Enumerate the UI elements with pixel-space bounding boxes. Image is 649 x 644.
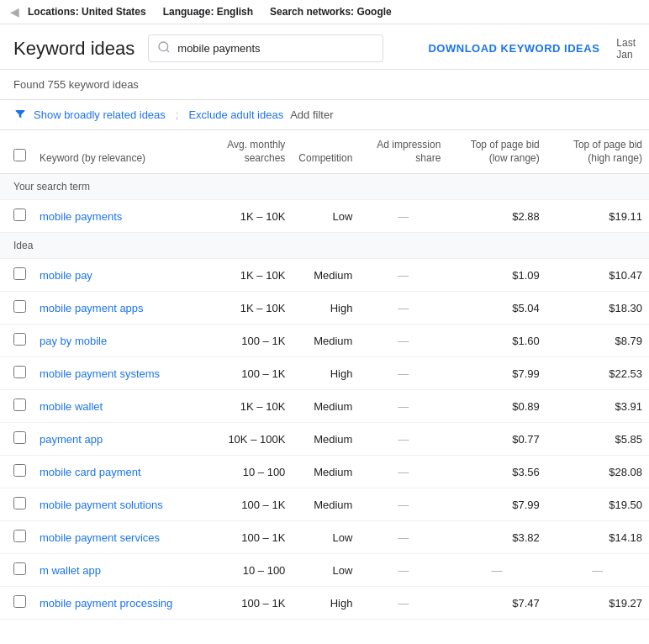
keyword-cell[interactable]: pay by mobile (33, 325, 201, 357)
row-checkbox-cell[interactable] (0, 325, 33, 357)
keyword-link[interactable]: payment app (40, 433, 103, 446)
row-checkbox[interactable] (13, 366, 26, 378)
search-icon (157, 40, 171, 56)
ad-impression-share-cell: — (359, 357, 447, 390)
back-arrow-icon[interactable]: ◀ (10, 5, 19, 18)
exclude-adult-ideas-link[interactable]: Exclude adult ideas (188, 108, 283, 121)
keyword-link[interactable]: mobile card payment (40, 466, 141, 478)
avg-monthly-searches-cell: 10 – 100 (201, 554, 292, 587)
download-keyword-ideas-button[interactable]: DOWNLOAD KEYWORD IDEAS (428, 42, 599, 55)
keyword-cell[interactable]: mobile payment apps (33, 292, 201, 325)
table-row: m wallet app10 – 100Low——— (0, 554, 649, 587)
keyword-table-wrap: Keyword (by relevance) Avg. monthly sear… (0, 130, 649, 620)
svg-line-1 (166, 50, 169, 52)
keyword-cell[interactable]: mobile card payment (33, 456, 201, 488)
keyword-link[interactable]: mobile payment services (40, 531, 160, 544)
row-checkbox-cell[interactable] (0, 200, 33, 233)
ad-impression-share-cell: — (359, 488, 447, 521)
bid-high-cell: $18.30 (546, 292, 649, 325)
row-checkbox-cell[interactable] (0, 554, 33, 587)
keyword-link[interactable]: mobile payments (40, 210, 122, 223)
keyword-cell[interactable]: mobile payment processing (33, 587, 201, 620)
competition-cell: Low (292, 200, 359, 233)
locations-item: Locations: United States (28, 6, 146, 18)
keyword-cell[interactable]: mobile payment solutions (33, 488, 201, 521)
row-checkbox[interactable] (13, 464, 26, 477)
row-checkbox[interactable] (13, 333, 26, 346)
section-header-row: Your search term (0, 174, 649, 200)
avg-monthly-searches-cell: 100 – 1K (201, 357, 292, 390)
keyword-cell[interactable]: m wallet app (33, 554, 201, 587)
row-checkbox[interactable] (13, 300, 26, 313)
select-all-checkbox[interactable] (13, 149, 26, 161)
competition-cell: Medium (292, 325, 359, 357)
bid-low-cell: $1.09 (447, 259, 546, 292)
filter-separator: ; (176, 108, 179, 121)
row-checkbox[interactable] (13, 431, 26, 444)
row-checkbox-cell[interactable] (0, 390, 33, 423)
row-checkbox-cell[interactable] (0, 521, 33, 554)
add-filter-button[interactable]: Add filter (290, 108, 333, 121)
row-checkbox-cell[interactable] (0, 357, 33, 390)
row-checkbox[interactable] (13, 595, 26, 608)
bid-high-cell: $19.11 (546, 200, 649, 233)
row-checkbox[interactable] (13, 209, 26, 221)
keyword-ideas-table: Keyword (by relevance) Avg. monthly sear… (0, 130, 649, 620)
row-checkbox[interactable] (13, 399, 26, 411)
bid-high-cell: $28.08 (546, 456, 649, 488)
page-header: Keyword ideas DOWNLOAD KEYWORD IDEAS Las… (0, 24, 649, 70)
keyword-cell[interactable]: mobile pay (33, 259, 201, 292)
show-broadly-related-link[interactable]: Show broadly related ideas (34, 108, 166, 121)
keyword-cell[interactable]: mobile payments (33, 200, 201, 233)
competition-column-header: Competition (292, 130, 359, 174)
search-networks-item: Search networks: Google (270, 6, 392, 18)
row-checkbox-cell[interactable] (0, 423, 33, 456)
keyword-link[interactable]: mobile payment systems (40, 367, 160, 380)
bid-low-cell: $7.99 (447, 357, 546, 390)
keyword-cell[interactable]: mobile wallet (33, 390, 201, 423)
competition-cell: Medium (292, 423, 359, 456)
last-updated-label: LastJan (616, 37, 636, 61)
bid-low-cell: $3.82 (447, 521, 546, 554)
ad-impression-share-cell: — (359, 423, 447, 456)
row-checkbox[interactable] (13, 267, 26, 280)
row-checkbox[interactable] (13, 530, 26, 542)
keyword-cell[interactable]: payment app (33, 423, 201, 456)
avg-monthly-searches-cell: 100 – 1K (201, 521, 292, 554)
keyword-link[interactable]: mobile pay (40, 269, 92, 282)
row-checkbox-cell[interactable] (0, 292, 33, 325)
keyword-link[interactable]: mobile wallet (40, 400, 103, 413)
table-row: mobile payment services100 – 1KLow—$3.82… (0, 521, 649, 554)
table-row: mobile payment processing100 – 1KHigh—$7… (0, 587, 649, 620)
table-row: mobile payments1K – 10KLow—$2.88$19.11 (0, 200, 649, 233)
keyword-search-input[interactable] (177, 42, 374, 55)
keyword-cell[interactable]: mobile payment services (33, 521, 201, 554)
bid-low-cell: $2.88 (447, 200, 546, 233)
row-checkbox[interactable] (13, 497, 26, 509)
row-checkbox-cell[interactable] (0, 456, 33, 488)
bid-low-cell: $3.56 (447, 456, 546, 488)
avg-monthly-searches-cell: 1K – 10K (201, 259, 292, 292)
row-checkbox-cell[interactable] (0, 488, 33, 521)
row-checkbox-cell[interactable] (0, 587, 33, 620)
keyword-link[interactable]: pay by mobile (40, 335, 107, 347)
row-checkbox[interactable] (13, 562, 26, 575)
table-header: Keyword (by relevance) Avg. monthly sear… (0, 130, 649, 174)
table-row: pay by mobile100 – 1KMedium—$1.60$8.79 (0, 325, 649, 357)
keyword-link[interactable]: m wallet app (40, 564, 101, 577)
search-box[interactable] (148, 34, 383, 62)
page-title: Keyword ideas (13, 38, 135, 60)
keyword-link[interactable]: mobile payment apps (40, 302, 144, 314)
bid-low-cell: $7.99 (447, 488, 546, 521)
avg-monthly-searches-cell: 1K – 10K (201, 200, 292, 233)
competition-cell: High (292, 357, 359, 390)
bid-high-cell: $22.53 (546, 357, 649, 390)
keyword-link[interactable]: mobile payment solutions (40, 499, 163, 511)
keyword-cell[interactable]: mobile payment systems (33, 357, 201, 390)
bid-high-cell: — (546, 554, 649, 587)
table-body: Your search termmobile payments1K – 10KL… (0, 174, 649, 620)
select-all-checkbox-header[interactable] (0, 130, 33, 174)
top-page-bid-high-column-header: Top of page bid (high range) (546, 130, 649, 174)
keyword-link[interactable]: mobile payment processing (40, 597, 172, 610)
row-checkbox-cell[interactable] (0, 259, 33, 292)
